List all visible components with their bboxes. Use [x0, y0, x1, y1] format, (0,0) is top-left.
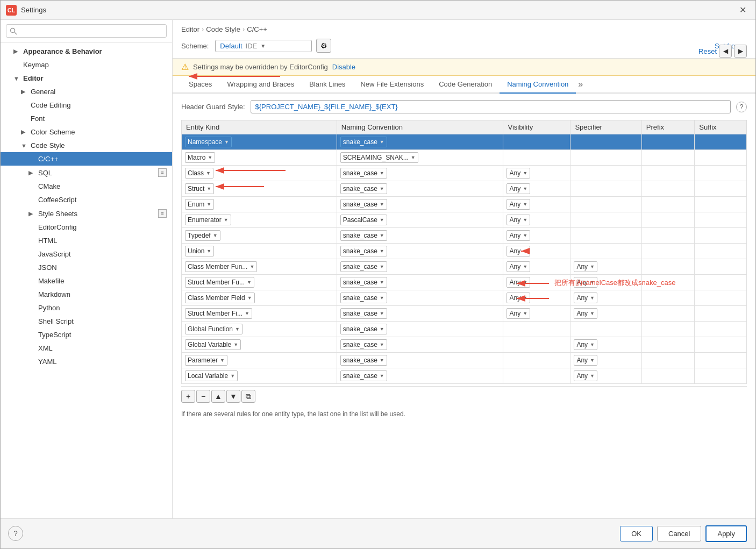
sidebar-item-makefile[interactable]: Makefile — [1, 274, 172, 288]
sidebar-item-xml[interactable]: XML — [1, 341, 172, 355]
specifier-dropdown[interactable]: Any ▼ — [574, 261, 597, 272]
tab-spaces[interactable]: Spaces — [181, 76, 219, 94]
tab-blank-lines[interactable]: Blank Lines — [302, 76, 353, 94]
entity-kind-dropdown[interactable]: Struct ▼ — [185, 183, 214, 194]
table-row[interactable]: Global Function ▼snake_case ▼ — [182, 322, 747, 337]
table-row[interactable]: Global Variable ▼snake_case ▼Any ▼ — [182, 337, 747, 353]
tab-wrapping[interactable]: Wrapping and Braces — [219, 76, 302, 94]
convention-dropdown[interactable]: PascalCase ▼ — [340, 215, 387, 225]
convention-dropdown[interactable]: snake_case ▼ — [340, 355, 387, 366]
entity-kind-dropdown[interactable]: Enum ▼ — [185, 199, 214, 210]
specifier-dropdown[interactable]: Any ▼ — [574, 277, 597, 288]
entity-kind-dropdown[interactable]: Macro ▼ — [185, 152, 215, 163]
convention-dropdown[interactable]: snake_case ▼ — [340, 293, 387, 303]
sidebar-item-cmake[interactable]: CMake — [1, 180, 172, 193]
close-button[interactable]: ✕ — [735, 3, 750, 18]
convention-dropdown[interactable]: snake_case ▼ — [340, 261, 387, 272]
disable-link[interactable]: Disable — [332, 63, 355, 71]
table-row[interactable]: Namespace ▼snake_case ▼ — [182, 134, 747, 150]
specifier-dropdown[interactable]: Any ▼ — [574, 339, 597, 350]
visibility-dropdown[interactable]: Any ▼ — [507, 215, 530, 225]
specifier-dropdown[interactable]: Any ▼ — [574, 355, 597, 366]
tab-new-file-ext[interactable]: New File Extensions — [353, 76, 431, 94]
table-row[interactable]: Macro ▼SCREAMING_SNAK... ▼ — [182, 150, 747, 166]
convention-dropdown[interactable]: snake_case ▼ — [340, 230, 387, 241]
sidebar-item-cpp[interactable]: C/C++ — [1, 152, 172, 166]
sidebar-item-yaml[interactable]: YAML — [1, 355, 172, 368]
sidebar-item-code-editing[interactable]: Code Editing — [1, 98, 172, 112]
visibility-dropdown[interactable]: Any ▼ — [507, 308, 530, 319]
table-row[interactable]: Class Member Field ▼snake_case ▼Any ▼Any… — [182, 290, 747, 306]
sidebar-item-javascript[interactable]: JavaScript — [1, 247, 172, 261]
sidebar-item-editorconfig[interactable]: EditorConfig — [1, 220, 172, 234]
table-row[interactable]: Union ▼snake_case ▼Any ▼ — [182, 244, 747, 259]
convention-dropdown[interactable]: snake_case ▼ — [340, 246, 387, 256]
table-row[interactable]: Enumerator ▼PascalCase ▼Any ▼ — [182, 212, 747, 228]
apply-button[interactable]: Apply — [705, 525, 747, 542]
entity-kind-dropdown[interactable]: Typedef ▼ — [185, 230, 220, 241]
convention-dropdown[interactable]: snake_case ▼ — [340, 137, 387, 147]
sidebar-item-general[interactable]: ▶ General — [1, 85, 172, 98]
table-row[interactable]: Local Variable ▼snake_case ▼Any ▼ — [182, 368, 747, 384]
entity-kind-dropdown[interactable]: Class Member Fun... ▼ — [185, 261, 257, 272]
entity-kind-dropdown[interactable]: Enumerator ▼ — [185, 215, 231, 225]
header-guard-help-icon[interactable]: ? — [736, 102, 747, 112]
ok-button[interactable]: OK — [620, 526, 653, 541]
convention-dropdown[interactable]: snake_case ▼ — [340, 339, 387, 350]
sidebar-item-sql[interactable]: ▶ SQL ≡ — [1, 166, 172, 180]
entity-kind-dropdown[interactable]: Global Function ▼ — [185, 324, 243, 334]
remove-row-button[interactable]: − — [196, 390, 210, 403]
convention-dropdown[interactable]: snake_case ▼ — [340, 308, 387, 319]
sidebar-item-editor[interactable]: ▼ Editor — [1, 72, 172, 85]
convention-dropdown[interactable]: snake_case ▼ — [340, 183, 387, 194]
visibility-dropdown[interactable]: Any ▼ — [507, 183, 530, 194]
specifier-dropdown[interactable]: Any ▼ — [574, 370, 597, 381]
sql-config-icon[interactable]: ≡ — [158, 168, 167, 177]
sidebar-item-html[interactable]: HTML — [1, 234, 172, 247]
entity-kind-dropdown[interactable]: Struct Member Fi... ▼ — [185, 308, 252, 319]
entity-kind-dropdown[interactable]: Class Member Field ▼ — [185, 293, 255, 303]
sidebar-item-stylesheets[interactable]: ▶ Style Sheets ≡ — [1, 206, 172, 220]
entity-kind-dropdown[interactable]: Struct Member Fu... ▼ — [185, 277, 254, 288]
table-row[interactable]: Struct Member Fi... ▼snake_case ▼Any ▼An… — [182, 306, 747, 322]
entity-kind-dropdown[interactable]: Local Variable ▼ — [185, 370, 238, 381]
help-button[interactable]: ? — [8, 526, 23, 541]
convention-dropdown[interactable]: SCREAMING_SNAK... ▼ — [340, 152, 418, 163]
cancel-button[interactable]: Cancel — [657, 526, 701, 541]
sidebar-item-color-scheme[interactable]: ▶ Color Scheme — [1, 125, 172, 139]
table-row[interactable]: Struct ▼snake_case ▼Any ▼ — [182, 181, 747, 197]
sidebar-item-typescript[interactable]: TypeScript — [1, 328, 172, 341]
sidebar-item-code-style[interactable]: ▼ Code Style — [1, 139, 172, 152]
move-up-button[interactable]: ▲ — [211, 390, 225, 403]
search-input[interactable] — [6, 24, 167, 38]
sidebar-item-appearance[interactable]: ▶ Appearance & Behavior — [1, 45, 172, 58]
convention-dropdown[interactable]: snake_case ▼ — [340, 277, 387, 288]
specifier-dropdown[interactable]: Any ▼ — [574, 308, 597, 319]
entity-kind-dropdown[interactable]: Global Variable ▼ — [185, 339, 241, 350]
visibility-dropdown[interactable]: Any ▼ — [507, 293, 530, 303]
sidebar-item-shell[interactable]: Shell Script — [1, 315, 172, 328]
move-down-button[interactable]: ▼ — [226, 390, 240, 403]
specifier-dropdown[interactable]: Any ▼ — [574, 293, 597, 303]
visibility-dropdown[interactable]: Any ▼ — [507, 168, 530, 179]
header-guard-input[interactable] — [251, 100, 731, 113]
convention-dropdown[interactable]: snake_case ▼ — [340, 324, 387, 334]
convention-dropdown[interactable]: snake_case ▼ — [340, 370, 387, 381]
tab-naming-convention[interactable]: Naming Convention — [500, 76, 576, 94]
sidebar-item-keymap[interactable]: Keymap — [1, 58, 172, 72]
entity-kind-dropdown[interactable]: Union ▼ — [185, 246, 214, 256]
stylesheets-config-icon[interactable]: ≡ — [158, 209, 167, 218]
scheme-select[interactable]: Default IDE ▼ — [215, 40, 312, 52]
visibility-dropdown[interactable]: Any ▼ — [507, 230, 530, 241]
tabs-overflow-icon[interactable]: » — [578, 80, 583, 89]
sidebar-item-font[interactable]: Font — [1, 112, 172, 125]
table-row[interactable]: Struct Member Fu... ▼snake_case ▼Any ▼An… — [182, 275, 747, 290]
table-row[interactable]: Enum ▼snake_case ▼Any ▼ — [182, 197, 747, 212]
table-row[interactable]: Typedef ▼snake_case ▼Any ▼ — [182, 228, 747, 244]
sidebar-item-python[interactable]: Python — [1, 301, 172, 315]
copy-button[interactable]: ⧉ — [241, 390, 255, 403]
entity-kind-dropdown[interactable]: Namespace ▼ — [185, 137, 232, 147]
visibility-dropdown[interactable]: Any ▼ — [507, 277, 530, 288]
table-row[interactable]: Class Member Fun... ▼snake_case ▼Any ▼An… — [182, 259, 747, 275]
sidebar-item-markdown[interactable]: Markdown — [1, 288, 172, 301]
